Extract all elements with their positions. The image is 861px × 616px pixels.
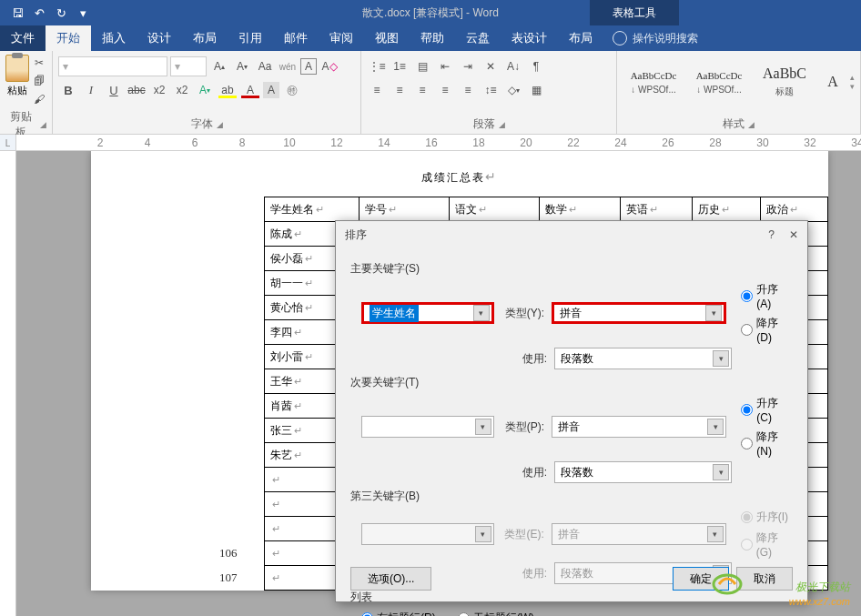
strikethrough-button[interactable]: abc [127,80,147,100]
options-button[interactable]: 选项(O)... [350,567,431,591]
font-color-button[interactable]: A [240,80,260,100]
styles-more-icon[interactable]: ▴▾ [850,55,855,109]
style-item-3[interactable]: AaBbC 标题 [754,55,815,109]
phonetic-guide-icon[interactable]: wén [278,56,298,76]
italic-button[interactable]: I [81,80,101,100]
tab-review[interactable]: 审阅 [319,25,364,51]
undo-icon[interactable]: ↶ [29,3,49,23]
align-right-button[interactable]: ≡ [412,80,432,100]
group-paragraph: ⋮≡ 1≡ ▤ ⇤ ⇥ ✕ A↓ ¶ ≡ ≡ ≡ ≡ ≡ ↕≡ ◇▾ ▦ 段落◢ [361,51,617,134]
primary-asc-radio[interactable]: 升序(A) [741,282,793,310]
shading-button[interactable]: ◇▾ [503,80,523,100]
watermark-brand: 极光下载站 [789,580,850,595]
cut-icon[interactable]: ✂ [31,55,47,71]
char-shading-button[interactable]: A [263,82,279,98]
style-item-1[interactable]: AaBbCcDc ↓ WPSOf... [623,55,684,109]
decrease-font-icon[interactable]: A▾ [232,56,252,76]
font-name-combo[interactable]: ▾ [58,56,167,76]
tab-view[interactable]: 视图 [364,25,410,51]
tab-file[interactable]: 文件 [0,25,46,51]
enclose-char-button[interactable]: ㊕ [282,80,302,100]
vertical-ruler[interactable] [0,151,16,616]
tab-design[interactable]: 设计 [137,25,182,51]
highlight-button[interactable]: ab [218,80,238,100]
tertiary-field-combo[interactable]: ▾ [361,523,494,545]
dialog-launcher-icon[interactable]: ◢ [217,120,223,129]
decrease-indent-button[interactable]: ⇤ [435,56,455,76]
style-item-4[interactable]: A [819,55,846,109]
quick-access-toolbar: 🖫 ↶ ↻ ▾ [0,3,93,23]
close-icon[interactable]: ✕ [789,228,798,241]
justify-button[interactable]: ≡ [435,80,455,100]
cancel-button[interactable]: 取消 [736,567,793,591]
type-label: 类型(Y): [501,306,544,321]
qat-more-icon[interactable]: ▾ [73,3,93,23]
document-title: 散文.docx [兼容模式] - Word [362,5,499,21]
secondary-field-combo[interactable]: ▾ [361,416,494,438]
superscript-button[interactable]: x2 [172,80,192,100]
align-left-button[interactable]: ≡ [367,80,387,100]
type-label: 类型(P): [501,419,544,435]
help-icon[interactable]: ? [768,228,775,241]
secondary-asc-radio[interactable]: 升序(C) [741,396,793,424]
sort-button[interactable]: A↓ [503,56,523,76]
underline-button[interactable]: U [104,80,124,100]
text-effects-button[interactable]: A▾ [195,80,215,100]
primary-type-combo[interactable]: 拼音▾ [552,302,726,324]
tab-mailings[interactable]: 邮件 [273,25,319,51]
font-size-combo[interactable]: ▾ [170,56,207,76]
secondary-type-combo[interactable]: 拼音▾ [552,416,726,438]
dialog-launcher-icon[interactable]: ◢ [40,120,46,129]
sort-dialog: 排序 ? ✕ 主要关键字(S) 学生姓名▾ 类型(Y): 拼音▾ 升序(A) 降… [335,220,808,602]
dialog-titlebar[interactable]: 排序 ? ✕ [336,221,807,248]
tab-cloud[interactable]: 云盘 [455,25,501,51]
chevron-down-icon: ▾ [713,350,729,367]
subscript-button[interactable]: x2 [149,80,169,100]
distribute-button[interactable]: ≡ [458,80,478,100]
align-center-button[interactable]: ≡ [390,80,410,100]
multilevel-button[interactable]: ▤ [412,56,432,76]
char-border-icon[interactable]: A [300,58,317,75]
tab-table-layout[interactable]: 布局 [558,25,603,51]
format-painter-icon[interactable]: 🖌 [31,91,47,107]
bold-button[interactable]: B [58,80,78,100]
horizontal-ruler[interactable]: L 2468101214161820222426283032343638 [0,135,861,151]
paste-button[interactable]: 粘贴 [5,55,29,107]
ruler-corner: L [0,135,16,151]
style-item-2[interactable]: AaBbCcDc ↓ WPSOf... [688,55,750,109]
line-spacing-button[interactable]: ↕≡ [481,80,501,100]
header-chinese: 语文↵ [449,197,539,222]
tertiary-asc-radio: 升序(I) [741,510,793,525]
tab-help[interactable]: 帮助 [410,25,455,51]
paste-label: 粘贴 [7,84,27,97]
has-header-radio[interactable]: 有标题行(R) [361,611,436,616]
borders-button[interactable]: ▦ [526,80,546,100]
group-styles: AaBbCcDc ↓ WPSOf... AaBbCcDc ↓ WPSOf... … [617,51,861,134]
tab-layout[interactable]: 布局 [182,25,228,51]
primary-desc-radio[interactable]: 降序(D) [741,316,793,344]
numbering-button[interactable]: 1≡ [390,56,410,76]
increase-indent-button[interactable]: ⇥ [458,56,478,76]
redo-icon[interactable]: ↻ [51,3,71,23]
tab-references[interactable]: 引用 [228,25,273,51]
dialog-launcher-icon[interactable]: ◢ [499,120,505,129]
save-icon[interactable]: 🖫 [7,3,27,23]
clear-format-icon[interactable]: A◇ [319,56,339,76]
bullets-button[interactable]: ⋮≡ [367,56,387,76]
tab-table-design[interactable]: 表设计 [501,25,558,51]
secondary-use-combo[interactable]: 段落数▾ [554,461,732,483]
change-case-icon[interactable]: Aa [255,56,275,76]
table-header-row[interactable]: 学生姓名↵ 学号↵ 语文↵ 数学↵ 英语↵ 历史↵ 政治↵ [265,197,828,222]
copy-icon[interactable]: 🗐 [31,73,47,89]
tell-me-search[interactable]: 操作说明搜索 [613,31,698,46]
no-header-radio[interactable]: 无标题行(W) [458,611,534,616]
asian-layout-button[interactable]: ✕ [481,56,501,76]
secondary-desc-radio[interactable]: 降序(N) [741,429,793,458]
tab-home[interactable]: 开始 [46,25,91,51]
tab-insert[interactable]: 插入 [91,25,137,51]
primary-field-combo[interactable]: 学生姓名▾ [361,302,494,324]
show-marks-button[interactable]: ¶ [526,56,546,76]
primary-use-combo[interactable]: 段落数▾ [554,348,732,369]
increase-font-icon[interactable]: A▴ [209,56,229,76]
dialog-launcher-icon[interactable]: ◢ [748,120,755,129]
